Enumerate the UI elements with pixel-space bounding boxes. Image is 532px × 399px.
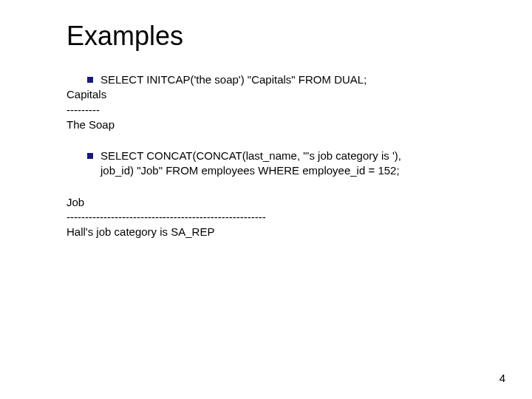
square-bullet-icon — [87, 153, 93, 159]
output-divider-2: ----------------------------------------… — [66, 210, 488, 225]
bullet-row-2: SELECT CONCAT(CONCAT(last_name, "'s job … — [87, 149, 488, 179]
slide-content: SELECT INITCAP('the soap') "Capitals" FR… — [66, 72, 488, 239]
output-value-1: The Soap — [66, 117, 488, 132]
example-block-2-output: Job ------------------------------------… — [66, 195, 488, 240]
example-block-1: SELECT INITCAP('the soap') "Capitals" FR… — [66, 72, 488, 132]
square-bullet-icon — [87, 77, 93, 83]
output-value-2: Hall's job category is SA_REP — [66, 225, 488, 239]
bullet-row-1: SELECT INITCAP('the soap') "Capitals" FR… — [87, 72, 488, 87]
sql-statement-2-line1: SELECT CONCAT(CONCAT(last_name, "'s job … — [100, 149, 488, 163]
slide-title: Examples — [66, 21, 488, 52]
sql-statement-1: SELECT INITCAP('the soap') "Capitals" FR… — [100, 72, 366, 87]
output-divider-1: --------- — [66, 103, 488, 117]
output-header-2: Job — [66, 195, 488, 210]
example-block-2-statement: SELECT CONCAT(CONCAT(last_name, "'s job … — [66, 149, 488, 179]
sql-statement-2-line2: job_id) "Job" FROM employees WHERE emplo… — [100, 163, 488, 178]
page-number: 4 — [499, 372, 505, 384]
output-header-1: Capitals — [66, 87, 488, 102]
